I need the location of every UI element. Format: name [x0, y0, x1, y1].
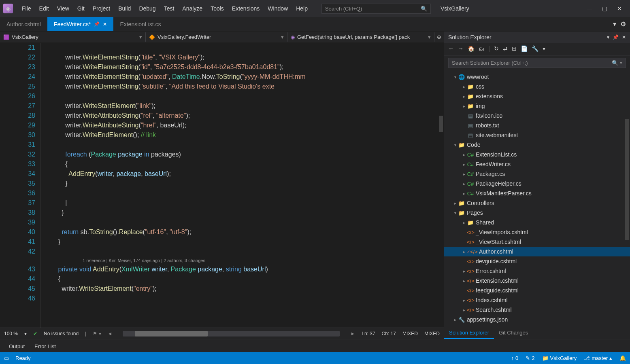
expand-arrow-icon[interactable]: ▾ — [452, 143, 458, 147]
code-line[interactable] — [44, 247, 444, 256]
menu-tools[interactable]: Tools — [206, 3, 228, 14]
code-line[interactable]: writer.WriteAttributeString("href", base… — [44, 121, 444, 130]
panel-pin-icon[interactable]: 📌 — [613, 34, 619, 40]
panel-dropdown-icon[interactable]: ▾ — [607, 34, 609, 40]
status-push-commits[interactable]: ↑ 0 — [511, 355, 519, 361]
solution-tree[interactable]: ▾🌐wwwroot▸📁css▸📁extensions▸📁img▤favicon.… — [444, 70, 630, 327]
scrollbar-thumb[interactable] — [439, 116, 443, 132]
code-editor[interactable]: 2122232425262728293031323334353637383940… — [0, 43, 444, 328]
codelens[interactable]: 1 reference | Kim Meiser, 174 days ago |… — [44, 256, 444, 265]
expand-arrow-icon[interactable]: ▸ — [461, 308, 467, 312]
expand-arrow-icon[interactable]: ▾ — [452, 75, 458, 79]
scroll-right-icon[interactable]: ► — [350, 331, 355, 336]
solution-search-input[interactable]: Search Solution Explorer (Ctrl+;) 🔍 ▾ — [448, 58, 626, 68]
expand-arrow-icon[interactable]: ▸ — [461, 162, 467, 167]
tree-item-feedwriter-cs[interactable]: ▸C#FeedWriter.cs — [444, 159, 630, 169]
code-line[interactable]: writer.WriteElementString("subtitle", "A… — [44, 82, 444, 91]
notifications-icon[interactable]: 🔔 — [619, 355, 626, 361]
error-nav-icon[interactable]: ⚑ ▾ — [93, 331, 101, 336]
show-all-files-icon[interactable]: 📄 — [521, 45, 528, 53]
horizontal-scrollbar[interactable] — [123, 331, 340, 336]
preview-icon[interactable]: ▾ — [543, 45, 545, 53]
menu-view[interactable]: View — [53, 3, 73, 14]
code-line[interactable]: writer.WriteStartElement("entry"); — [44, 284, 444, 294]
menu-test[interactable]: Test — [160, 3, 179, 14]
code-line[interactable]: AddEntry(writer, package, baseUrl); — [44, 169, 444, 179]
tree-item-appsettings-json[interactable]: ▸🔧appsettings.json — [444, 315, 630, 324]
forward-icon[interactable]: → — [458, 45, 464, 53]
code-line[interactable] — [44, 91, 444, 101]
code-line[interactable]: private void AddEntry(XmlWriter writer, … — [44, 265, 444, 274]
code-line[interactable] — [44, 43, 444, 53]
line-endings-1[interactable]: MIXED — [402, 331, 418, 336]
expand-arrow-icon[interactable]: ▸ — [452, 201, 458, 205]
tree-item-devguide-cshtml[interactable]: </>devguide.cshtml — [444, 256, 630, 266]
sync-icon[interactable]: ⇄ — [503, 45, 508, 53]
tree-item-css[interactable]: ▸📁css — [444, 82, 630, 91]
tab-author-cshtml[interactable]: Author.cshtml — [0, 17, 47, 31]
tree-scrollbar[interactable] — [624, 70, 630, 327]
tree-item-controllers[interactable]: ▸📁Controllers — [444, 198, 630, 208]
code-line[interactable]: writer.WriteElementString("title", "VSIX… — [44, 53, 444, 62]
code-line[interactable]: writer.WriteEndElement(); // link — [44, 130, 444, 140]
code-line[interactable] — [44, 140, 444, 150]
close-button[interactable]: ✕ — [617, 5, 622, 12]
zoom-dropdown-icon[interactable]: ▾ — [24, 331, 27, 336]
code-line[interactable]: } — [44, 208, 444, 218]
menu-git[interactable]: Git — [73, 3, 89, 14]
expand-arrow-icon[interactable]: ▸ — [461, 269, 467, 273]
tree-item--viewstart-cshtml[interactable]: </>_ViewStart.cshtml — [444, 237, 630, 247]
code-line[interactable]: writer.WriteAttributeString("rel", "alte… — [44, 111, 444, 121]
search-dropdown-icon[interactable]: ▾ — [620, 60, 622, 66]
tree-item-site-webmanifest[interactable]: ▤site.webmanifest — [444, 130, 630, 140]
menu-build[interactable]: Build — [114, 3, 135, 14]
scroll-left-icon[interactable]: ◄ — [108, 331, 113, 336]
pin-icon[interactable]: 📌 — [94, 21, 100, 27]
expand-arrow-icon[interactable]: ▸ — [452, 317, 458, 322]
expand-arrow-icon[interactable]: ▸ — [461, 85, 467, 89]
code-line[interactable]: { — [44, 159, 444, 169]
maximize-button[interactable]: ▢ — [602, 5, 607, 12]
tree-item-extension-cshtml[interactable]: ▸</>Extension.cshtml — [444, 276, 630, 286]
code-line[interactable]: | — [44, 198, 444, 208]
menu-analyze[interactable]: Analyze — [178, 3, 206, 14]
tree-item-pages[interactable]: ▾📁Pages — [444, 208, 630, 218]
menu-file[interactable]: File — [18, 3, 35, 14]
tree-item-feedguide-cshtml[interactable]: </>feedguide.cshtml — [444, 286, 630, 295]
code-line[interactable] — [44, 188, 444, 198]
code-line[interactable]: foreach (Package package in packages) — [44, 150, 444, 159]
tree-item-code[interactable]: ▾📁Code — [444, 140, 630, 150]
menu-debug[interactable]: Debug — [135, 3, 160, 14]
expand-arrow-icon[interactable]: ▸ — [461, 220, 467, 225]
code-line[interactable]: return sb.ToString().Replace("utf-16", "… — [44, 227, 444, 237]
feedback-icon[interactable]: ▭ — [4, 355, 9, 361]
tree-item-shared[interactable]: ▸📁Shared — [444, 218, 630, 227]
vertical-scrollbar[interactable] — [438, 43, 444, 328]
menu-edit[interactable]: Edit — [35, 3, 53, 14]
tree-item-author-cshtml[interactable]: ▸✓</>Author.cshtml — [444, 247, 630, 256]
code-line[interactable]: } — [44, 179, 444, 188]
status-repo[interactable]: 📁 VsixGallery — [542, 355, 577, 361]
expand-arrow-icon[interactable]: ▸ — [461, 152, 467, 157]
breadcrumb-class[interactable]: 🔶 VsixGallery.FeedWriter ▾ — [146, 32, 287, 42]
expand-arrow-icon[interactable]: ▸ — [461, 172, 467, 176]
scrollbar-thumb[interactable] — [625, 119, 629, 240]
tab-settings-icon[interactable]: ⚙ — [620, 20, 626, 28]
split-editor-icon[interactable]: ⊕ — [434, 34, 444, 40]
expand-arrow-icon[interactable]: ▸ — [461, 279, 467, 283]
code-line[interactable]: writer.WriteElementString("id", "5a7c252… — [44, 62, 444, 72]
tree-item-index-cshtml[interactable]: ▸</>Index.cshtml — [444, 295, 630, 305]
issues-label[interactable]: No issues found — [44, 331, 79, 336]
expand-arrow-icon[interactable]: ▸ — [461, 191, 467, 196]
bottom-tab-output[interactable]: Output — [4, 341, 30, 352]
status-pending-edits[interactable]: ✎ 2 — [526, 355, 534, 361]
tree-item-favicon-ico[interactable]: ▤favicon.ico — [444, 111, 630, 121]
tree-item-wwwroot[interactable]: ▾🌐wwwroot — [444, 72, 630, 82]
breadcrumb-member[interactable]: ◉ GetFeed(string baseUrl, params Package… — [287, 32, 434, 42]
tree-item-extensionlist-cs[interactable]: ▸C#ExtensionList.cs — [444, 150, 630, 159]
panel-close-icon[interactable]: ✕ — [622, 34, 626, 40]
expand-arrow-icon[interactable]: ▸ — [461, 250, 467, 254]
code-line[interactable]: writer.WriteStartElement("link"); — [44, 101, 444, 111]
expand-arrow-icon[interactable]: ▸ — [461, 182, 467, 186]
expand-arrow-icon[interactable]: ▸ — [461, 298, 467, 303]
